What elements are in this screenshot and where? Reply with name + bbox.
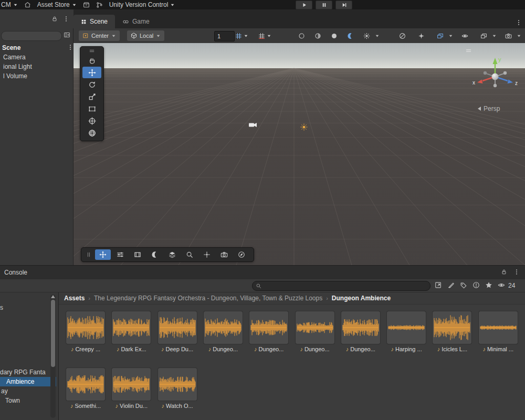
sphere-grid-tool-button[interactable]: [82, 127, 101, 139]
step-button[interactable]: [335, 1, 352, 9]
asset-tile[interactable]: ♪Creepy ...: [66, 311, 105, 352]
magnifier-overlay-button[interactable]: [182, 249, 197, 260]
sphere-shaded-toggle[interactable]: [310, 30, 325, 41]
tree-item[interactable]: ay: [0, 386, 51, 396]
audio-waveform-thumbnail[interactable]: [112, 368, 151, 401]
tree-item[interactable]: Town: [0, 396, 55, 405]
hierarchy-search[interactable]: [1, 31, 62, 41]
audio-waveform-thumbnail[interactable]: [433, 311, 471, 344]
tree-item[interactable]: dary RPG Fanta: [0, 368, 50, 377]
audio-waveform-thumbnail[interactable]: [158, 311, 197, 344]
asset-tile[interactable]: ♪Dungeo...: [204, 311, 243, 352]
asset-tile[interactable]: ♪Dark Ex...: [112, 311, 151, 352]
hierarchy-search-input[interactable]: [6, 33, 60, 40]
tab-console[interactable]: Console: [4, 266, 27, 279]
lock-icon[interactable]: [51, 16, 58, 22]
pause-button[interactable]: [316, 1, 332, 9]
crescent-overlay-button[interactable]: [147, 249, 163, 260]
audio-waveform-thumbnail[interactable]: [479, 311, 518, 344]
layers-overlay-button[interactable]: [164, 249, 180, 260]
projection-mode-toggle[interactable]: Persp: [478, 105, 500, 112]
hidden-items-eye-icon[interactable]: [498, 281, 505, 289]
scrollbar-thumb[interactable]: [51, 300, 55, 367]
sliders-overlay-button[interactable]: [112, 249, 128, 260]
eye-toggle[interactable]: [457, 30, 472, 41]
asset-store-menu[interactable]: Asset Store: [37, 1, 77, 8]
add-pane-icon[interactable]: [64, 32, 70, 38]
audio-waveform-thumbnail[interactable]: [204, 311, 243, 344]
transform-tool-button[interactable]: [82, 115, 101, 127]
scene-root-item[interactable]: Scene: [2, 43, 20, 52]
audio-waveform-thumbnail[interactable]: [249, 311, 288, 344]
stack-toggle[interactable]: [476, 30, 497, 41]
scroll-up-arrow[interactable]: [51, 295, 55, 298]
rect-tool-tool-button[interactable]: [82, 103, 101, 114]
lock-icon[interactable]: [501, 269, 507, 275]
sun-toggle[interactable]: [359, 30, 380, 41]
kebab-menu-icon[interactable]: [513, 269, 520, 275]
move-tool-button[interactable]: [82, 67, 101, 78]
orientation-dropdown[interactable]: Local: [127, 30, 164, 41]
scene-grid-ground[interactable]: [74, 43, 525, 265]
rotate-tool-button[interactable]: [82, 79, 101, 90]
audio-waveform-thumbnail[interactable]: [66, 368, 105, 401]
panel-arrow-button[interactable]: [435, 281, 442, 289]
tab-scene[interactable]: Scene: [74, 15, 115, 28]
speaker-mute-toggle[interactable]: [395, 30, 410, 41]
breadcrumb-item[interactable]: Dungeon Ambience: [332, 295, 391, 302]
asset-tile[interactable]: ♪Dungeo...: [296, 311, 334, 352]
filmstrip-overlay-button[interactable]: [130, 249, 145, 260]
hierarchy-item[interactable]: l Volume: [0, 71, 73, 81]
stack-toggle[interactable]: [433, 30, 453, 41]
cm-menu[interactable]: CM: [1, 1, 18, 8]
compass-overlay-button[interactable]: [234, 249, 249, 260]
tree-item[interactable]: s: [0, 303, 50, 312]
asset-tile[interactable]: ♪Somethi...: [66, 368, 105, 409]
tab-game[interactable]: Game: [115, 15, 157, 28]
asset-tile[interactable]: ♪Dungeo...: [341, 311, 380, 352]
light-gizmo-icon[interactable]: [300, 123, 308, 131]
hierarchy-item[interactable]: ional Light: [0, 62, 73, 71]
play-button[interactable]: [296, 1, 312, 9]
kebab-menu-icon[interactable]: [67, 44, 74, 50]
asset-tile[interactable]: ♪Icicles L...: [433, 311, 471, 352]
asset-tile[interactable]: ♪Dungeo...: [249, 311, 288, 352]
kebab-menu-icon[interactable]: [63, 16, 69, 22]
scale-tool-button[interactable]: [82, 91, 101, 102]
audio-waveform-thumbnail[interactable]: [66, 311, 105, 344]
camera-overlay-button[interactable]: [216, 249, 232, 260]
overlay-drag-handle[interactable]: [80, 48, 103, 54]
tree-scrollbar[interactable]: [50, 295, 56, 418]
pivot-dropdown[interactable]: Center: [79, 30, 120, 41]
overlay-drag-handle[interactable]: [86, 251, 92, 258]
version-control-menu[interactable]: Unity Version Control: [109, 1, 175, 8]
node-overlay-button[interactable]: [199, 249, 215, 260]
archive-icon[interactable]: [83, 2, 90, 8]
tree-item[interactable]: Ambience: [0, 377, 56, 386]
move-overlay-button[interactable]: [95, 249, 111, 260]
star-button[interactable]: [485, 281, 492, 289]
tag-button[interactable]: [460, 281, 467, 289]
breadcrumb-item[interactable]: The Legendary RPG Fantasy Orchestra - Du…: [94, 295, 322, 302]
project-search-input[interactable]: [264, 282, 430, 290]
asset-tile[interactable]: ♪Watch O...: [158, 368, 197, 409]
audio-waveform-thumbnail[interactable]: [387, 311, 426, 344]
scene-viewport[interactable]: y x z Persp: [74, 43, 525, 265]
crescent-toggle[interactable]: [343, 30, 358, 41]
ring-toggle[interactable]: [294, 30, 309, 41]
project-search[interactable]: [252, 281, 430, 291]
audio-waveform-thumbnail[interactable]: [296, 311, 334, 344]
asset-tile[interactable]: ♪Harping ...: [387, 311, 426, 352]
orientation-gizmo[interactable]: y x z: [471, 54, 519, 99]
asset-tile[interactable]: ♪Violin Du...: [112, 368, 151, 409]
warn-button[interactable]: [472, 281, 480, 289]
breadcrumb-item[interactable]: Assets: [64, 295, 85, 302]
camera-toggle[interactable]: [501, 30, 521, 41]
dot-toggle[interactable]: [327, 30, 341, 41]
audio-waveform-thumbnail[interactable]: [341, 311, 380, 344]
hierarchy-item[interactable]: Camera: [0, 52, 73, 62]
hand-tool-button[interactable]: [82, 55, 101, 66]
sparkle-toggle[interactable]: [414, 30, 428, 41]
grid-size-input[interactable]: [214, 31, 235, 41]
grid-visibility-dropdown[interactable]: [258, 30, 271, 41]
